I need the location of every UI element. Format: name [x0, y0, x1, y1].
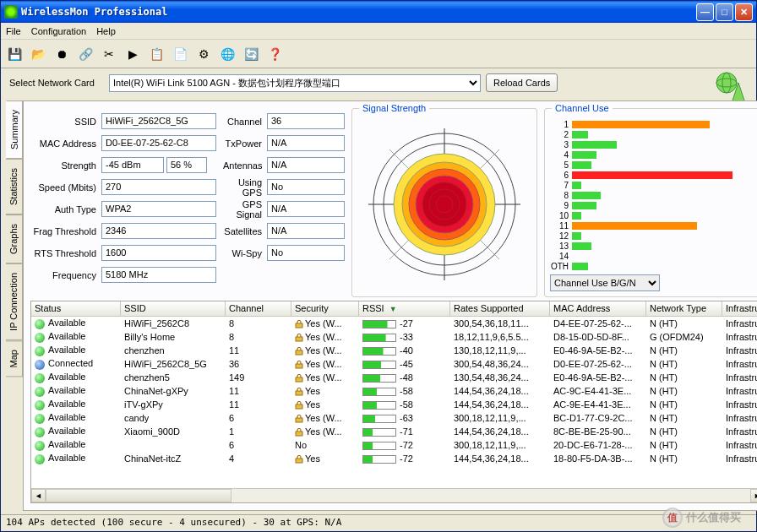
titlebar: WirelessMon Professional — □ ✕: [1, 1, 756, 23]
status-dot-icon: [35, 319, 45, 329]
table-row[interactable]: Available6No-72300,18,12,11,9,...20-DC-E…: [31, 438, 757, 452]
column-header[interactable]: Status: [31, 301, 121, 316]
maximize-button[interactable]: □: [716, 3, 733, 21]
menu-file[interactable]: File: [6, 26, 21, 36]
refresh-icon[interactable]: 🔄: [241, 44, 261, 64]
menu-help[interactable]: Help: [96, 26, 116, 36]
table-row[interactable]: AvailableiTV-gXPy11Yes-58144,54,36,24,18…: [31, 398, 757, 411]
rssi-bar-icon: [362, 320, 396, 328]
channel-bar: [572, 222, 697, 230]
save-icon[interactable]: 💾: [4, 44, 25, 64]
watermark-text: 什么值得买: [686, 510, 741, 525]
disconnect-icon[interactable]: ✂: [99, 44, 119, 64]
column-header[interactable]: Rates Supported: [450, 301, 550, 316]
log-icon[interactable]: 📋: [146, 44, 166, 64]
channel-bar-row: 10: [550, 210, 757, 220]
column-header[interactable]: RSSI ▼: [359, 301, 450, 316]
reload-cards-button[interactable]: Reload Cards: [486, 73, 558, 92]
table-row[interactable]: AvailableXiaomi_900D1Yes (W...-71144,54,…: [31, 425, 757, 438]
column-header[interactable]: Channel: [226, 301, 291, 316]
tab-map[interactable]: Map: [6, 340, 23, 377]
table-row[interactable]: Availablecandy6Yes (W...-63300,18,12,11,…: [31, 411, 757, 425]
help-icon[interactable]: ❓: [264, 44, 285, 64]
svg-rect-23: [296, 350, 302, 355]
scroll-thumb[interactable]: [46, 489, 231, 502]
table-row[interactable]: Availablechenzhen11Yes (W...-40130,18,12…: [31, 344, 757, 357]
table-row[interactable]: AvailableChinaNet-gXPy11Yes-58144,54,36,…: [31, 384, 757, 398]
rssi-bar-icon: [362, 334, 396, 342]
column-header[interactable]: MAC Address: [550, 301, 646, 316]
table-row[interactable]: AvailableBilly's Home8Yes (W...-3318,12,…: [31, 330, 757, 344]
network-card-select[interactable]: Intel(R) WiFi Link 5100 AGN - 数据包计划程序微型端…: [109, 74, 481, 92]
svg-rect-28: [296, 418, 302, 422]
menu-config[interactable]: Configuration: [31, 26, 86, 36]
menubar: File Configuration Help: [1, 23, 756, 40]
status-dot-icon: [35, 387, 45, 397]
strength-value: -45 dBm: [101, 157, 164, 173]
scroll-left-button[interactable]: ◄: [31, 489, 46, 502]
channel-bar-label: 10: [550, 211, 572, 220]
table-row[interactable]: Availablechenzhen5149Yes (W...-48130,54,…: [31, 371, 757, 384]
rssi-bar-icon: [362, 347, 396, 356]
channel-bar-row: 12: [550, 231, 757, 241]
rssi-bar-icon: [362, 361, 396, 369]
toolbar: 💾 📂 ⏺ 🔗 ✂ ▶ 📋 📄 ⚙ 🌐 🔄 ❓: [1, 40, 756, 68]
rts-label: RTS Threshold: [30, 248, 101, 258]
wispy-label: Wi-Spy: [223, 248, 267, 258]
rssi-bar-icon: [362, 374, 396, 383]
open-icon[interactable]: 📂: [28, 44, 48, 64]
options-icon[interactable]: ⚙: [193, 44, 214, 64]
channel-bar-label: 2: [550, 130, 572, 139]
ap-grid: StatusSSIDChannelSecurityRSSI ▼Rates Sup…: [30, 301, 757, 503]
scroll-right-button[interactable]: ►: [750, 489, 757, 502]
status-dot-icon: [35, 333, 45, 343]
status-dot-icon: [35, 373, 45, 383]
globe-icon[interactable]: 🌐: [217, 44, 237, 64]
copy-icon[interactable]: 📄: [170, 44, 190, 64]
channel-title: Channel Use: [552, 103, 613, 113]
table-row[interactable]: AvailableHiWiFi_2562C88Yes (W...-27300,5…: [31, 317, 757, 330]
connect-icon[interactable]: 🔗: [75, 44, 95, 64]
status-dot-icon: [35, 346, 45, 356]
horizontal-scrollbar[interactable]: ◄ ►: [31, 488, 757, 502]
vertical-tabs: Summary Statistics Graphs IP Connection …: [6, 100, 23, 511]
wispy-value: No: [267, 245, 345, 261]
column-header[interactable]: Network Type: [646, 301, 722, 316]
channel-bar-row: 14: [550, 251, 757, 261]
gpssignal-value: N/A: [267, 201, 345, 217]
tab-graphs[interactable]: Graphs: [6, 214, 23, 263]
antennas-label: Antennas: [223, 160, 267, 171]
tab-statistics[interactable]: Statistics: [6, 159, 23, 214]
ssid-label: SSID: [30, 117, 101, 127]
channel-bar-row: 11: [550, 220, 757, 231]
table-row[interactable]: AvailableChinaNet-itcZ4Yes-72144,54,36,2…: [31, 452, 757, 465]
channel-bar: [572, 263, 588, 270]
column-header[interactable]: SSID: [121, 301, 226, 316]
column-header[interactable]: Infrastru: [722, 301, 757, 316]
tab-summary[interactable]: Summary: [6, 100, 23, 159]
signal-title: Signal Strength: [359, 103, 429, 113]
channel-bar-label: 9: [550, 201, 572, 210]
channel-bar-row: 6: [550, 170, 757, 180]
play-icon[interactable]: ▶: [123, 44, 143, 64]
channel-bar-label: 1: [550, 120, 572, 129]
channel-use-select[interactable]: Channel Use B/G/N: [550, 274, 660, 291]
channel-bar: [572, 212, 581, 220]
status-dot-icon: [35, 427, 45, 437]
channel-use-box: Channel Use 1234567891011121314OTH Chann…: [544, 108, 757, 297]
close-button[interactable]: ✕: [735, 3, 753, 21]
ssid-value: HiWiFi_2562C8_5G: [101, 113, 216, 129]
satellites-label: Satellites: [223, 226, 267, 236]
channel-bar: [572, 141, 617, 149]
minimize-button[interactable]: —: [696, 3, 714, 21]
signal-strength-box: Signal Strength: [351, 108, 537, 297]
record-icon[interactable]: ⏺: [52, 44, 72, 64]
svg-rect-22: [296, 337, 302, 341]
channel-bar-row: 1: [550, 119, 757, 129]
frag-label: Frag Threshold: [30, 226, 101, 236]
column-header[interactable]: Security: [291, 301, 359, 316]
txpower-value: N/A: [267, 135, 345, 151]
svg-rect-24: [296, 364, 302, 368]
tab-ip-connection[interactable]: IP Connection: [6, 263, 23, 340]
table-row[interactable]: ConnectedHiWiFi_2562C8_5G36Yes (W...-453…: [31, 357, 757, 371]
